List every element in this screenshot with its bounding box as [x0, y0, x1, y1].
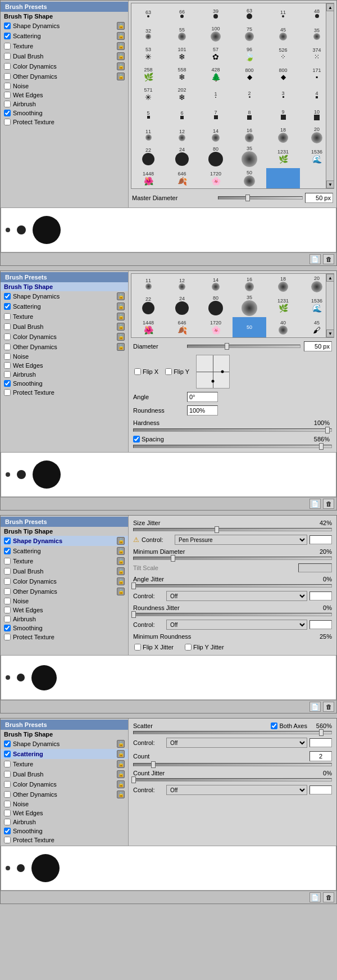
sidebar-item-smoothing-3[interactable]: Smoothing: [1, 624, 128, 633]
brush-cell[interactable]: 800 ◆: [266, 64, 300, 84]
sidebar-item-scattering-2[interactable]: Scattering 🔒: [1, 301, 128, 311]
brush-cell[interactable]: 18: [266, 274, 300, 294]
sidebar-item-airbrush-1[interactable]: Airbrush: [1, 100, 128, 109]
sidebar-item-other-dynamics-4[interactable]: Other Dynamics 🔒: [1, 789, 128, 800]
brush-cell[interactable]: 50: [233, 168, 266, 188]
sidebar-item-wet-edges-4[interactable]: Wet Edges: [1, 809, 128, 818]
sidebar-item-color-dynamics-3[interactable]: Color Dynamics 🔒: [1, 576, 128, 586]
brush-cell[interactable]: 63: [233, 3, 266, 24]
airbrush-checkbox-1[interactable]: [4, 101, 11, 107]
scattering-checkbox-2[interactable]: [4, 303, 11, 310]
brush-cell[interactable]: 6: [165, 105, 199, 125]
texture-checkbox-4[interactable]: [4, 761, 11, 767]
brush-cell[interactable]: 50: [233, 317, 266, 337]
hardness-slider[interactable]: [133, 428, 332, 432]
brush-cell[interactable]: 1448🌺: [131, 317, 165, 337]
brush-cell[interactable]: 57 ✿: [199, 44, 233, 64]
both-axes-checkbox[interactable]: [271, 722, 277, 729]
sidebar-item-color-dynamics-2[interactable]: Color Dynamics 🔒: [1, 332, 128, 342]
noise-checkbox-3[interactable]: [4, 598, 11, 604]
spacing-slider[interactable]: [133, 445, 332, 448]
scroll-up-btn[interactable]: ▲: [326, 3, 334, 11]
airbrush-checkbox-4[interactable]: [4, 819, 11, 825]
wet-edges-checkbox-2[interactable]: [4, 362, 11, 369]
shape-dynamics-checkbox-4[interactable]: [4, 740, 11, 747]
protect-texture-checkbox-3[interactable]: [4, 634, 11, 640]
sidebar-item-other-dynamics-2[interactable]: Other Dynamics 🔒: [1, 342, 128, 352]
smoothing-checkbox-2[interactable]: [4, 380, 11, 387]
brush-cell[interactable]: 2: [233, 84, 266, 105]
count-slider[interactable]: [133, 763, 332, 766]
sidebar-item-protect-texture-4[interactable]: Protect Texture: [1, 836, 128, 844]
brush-cell[interactable]: 32: [131, 24, 165, 44]
sidebar-item-other-dynamics-1[interactable]: Other Dynamics 🔒: [1, 71, 128, 82]
brush-cell[interactable]: 101 ❄: [165, 44, 199, 64]
control-select-count-jitter[interactable]: Off Pen Pressure Fade: [166, 785, 307, 795]
wet-edges-checkbox-4[interactable]: [4, 810, 11, 816]
scattering-checkbox-3[interactable]: [4, 548, 11, 554]
new-brush-btn-2[interactable]: 📄: [309, 499, 321, 509]
brush-cell[interactable]: 11: [131, 274, 165, 294]
brush-cell[interactable]: 5: [131, 105, 165, 125]
scroll-down-btn[interactable]: ▼: [326, 329, 334, 337]
wet-edges-checkbox-1[interactable]: [4, 92, 11, 98]
brush-cell[interactable]: 202 ❄: [165, 84, 199, 105]
brush-cell[interactable]: 558 ❄: [165, 64, 199, 84]
sidebar-item-color-dynamics-1[interactable]: Color Dynamics 🔒: [1, 61, 128, 71]
smoothing-checkbox-3[interactable]: [4, 625, 11, 631]
brush-cell[interactable]: 3: [266, 84, 300, 105]
color-dynamics-checkbox-2[interactable]: [4, 333, 11, 340]
control-select-1[interactable]: Pen Pressure Off Fade Pen Tilt: [175, 535, 307, 545]
brush-cell[interactable]: 1448 🌺: [131, 168, 165, 188]
sidebar-item-smoothing-1[interactable]: Smoothing: [1, 109, 128, 118]
scroll-up-btn[interactable]: ▲: [326, 274, 334, 282]
noise-checkbox-2[interactable]: [4, 353, 11, 360]
sidebar-item-wet-edges-3[interactable]: Wet Edges: [1, 606, 128, 615]
delete-brush-btn[interactable]: 🗑: [323, 254, 334, 264]
smoothing-checkbox-1[interactable]: [4, 110, 11, 116]
smoothing-checkbox-4[interactable]: [4, 828, 11, 834]
color-dynamics-checkbox-4[interactable]: [4, 781, 11, 788]
brush-cell[interactable]: 16: [233, 274, 266, 294]
scattering-checkbox-1[interactable]: [4, 33, 11, 39]
sidebar-item-texture-4[interactable]: Texture 🔒: [1, 759, 128, 769]
protect-texture-checkbox-2[interactable]: [4, 389, 11, 396]
brush-cell[interactable]: 1720🌸: [199, 317, 233, 337]
brush-cell[interactable]: 40: [266, 317, 300, 337]
size-jitter-slider[interactable]: [133, 528, 332, 531]
brush-cell[interactable]: 35: [233, 294, 266, 317]
color-dynamics-checkbox-1[interactable]: [4, 63, 11, 70]
brush-cell[interactable]: 14: [199, 125, 233, 145]
scattering-checkbox-4[interactable]: [4, 751, 11, 757]
control-select-roundness[interactable]: Off Pen Pressure Fade: [166, 620, 307, 630]
brush-cell[interactable]: 75: [233, 24, 266, 44]
shape-dynamics-checkbox-3[interactable]: [4, 538, 11, 544]
noise-checkbox-1[interactable]: [4, 83, 11, 89]
new-brush-btn-3[interactable]: 📄: [309, 702, 321, 712]
control-select-angle[interactable]: Off Pen Pressure Fade: [166, 591, 307, 601]
delete-brush-btn-4[interactable]: 🗑: [323, 892, 334, 902]
other-dynamics-checkbox-1[interactable]: [4, 73, 11, 80]
sidebar-item-scattering-3[interactable]: Scattering 🔒: [1, 546, 128, 556]
protect-texture-checkbox-4[interactable]: [4, 837, 11, 843]
other-dynamics-checkbox-2[interactable]: [4, 344, 11, 350]
dual-brush-checkbox-1[interactable]: [4, 53, 11, 60]
count-input[interactable]: [309, 751, 332, 761]
brush-cell[interactable]: 646 🍂: [165, 168, 199, 188]
sidebar-item-shape-dynamics-2[interactable]: Shape Dynamics 🔒: [1, 291, 128, 301]
diameter-slider[interactable]: [187, 345, 300, 348]
sidebar-item-texture-2[interactable]: Texture 🔒: [1, 311, 128, 322]
brush-cell[interactable]: 35: [233, 145, 266, 168]
flip-y-jitter-checkbox[interactable]: [185, 644, 192, 651]
sidebar-item-dual-brush-2[interactable]: Dual Brush 🔒: [1, 322, 128, 332]
sidebar-item-shape-dynamics-3[interactable]: Shape Dynamics 🔒: [1, 536, 128, 546]
mini-grid-scrollbar[interactable]: ▲ ▼: [326, 274, 334, 337]
brush-cell[interactable]: 11: [266, 3, 300, 24]
sidebar-item-protect-texture-3[interactable]: Protect Texture: [1, 633, 128, 642]
brush-cell[interactable]: 8: [233, 105, 266, 125]
sidebar-item-protect-texture-2[interactable]: Protect Texture: [1, 388, 128, 397]
sidebar-item-brush-tip-3[interactable]: Brush Tip Shape: [1, 527, 128, 536]
brush-cell[interactable]: 45: [266, 24, 300, 44]
sidebar-item-airbrush-3[interactable]: Airbrush: [1, 615, 128, 624]
brush-cell[interactable]: 258 🌿: [131, 64, 165, 84]
